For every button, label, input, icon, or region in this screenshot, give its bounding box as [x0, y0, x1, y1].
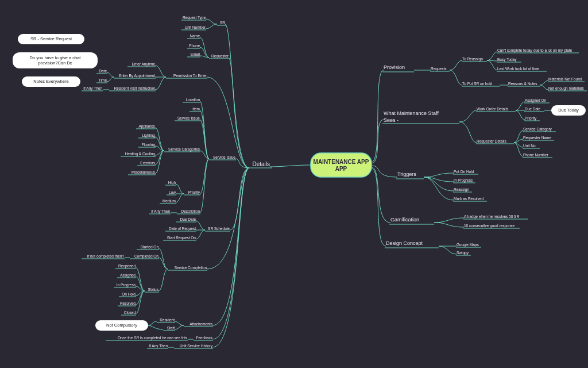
exteriors[interactable]: Exteriors — [140, 161, 155, 165]
onhold[interactable]: On Hold — [122, 292, 136, 296]
note-1b: provision?Can Be — [38, 60, 72, 66]
unitno[interactable]: Unit No. — [523, 144, 537, 148]
reqdetails[interactable]: Requester Details — [477, 139, 506, 144]
root-label-2: APP — [335, 166, 347, 172]
phone[interactable]: Phone — [189, 44, 200, 48]
reassign2[interactable]: Reassign — [454, 187, 469, 192]
oncesr[interactable]: Once the SR is completed he can see this — [118, 336, 188, 340]
triggers[interactable]: Triggers — [397, 171, 416, 177]
sr[interactable]: SR — [220, 21, 225, 25]
wodetails[interactable]: Work Order Details — [477, 107, 509, 111]
srvcat[interactable]: Service Category — [523, 127, 552, 132]
markres[interactable]: Mark as Resolved — [454, 197, 483, 201]
appliance[interactable]: Appliance — [138, 124, 155, 129]
toreassign[interactable]: To Reassign — [462, 57, 483, 62]
design[interactable]: Design Concept — [386, 240, 423, 246]
duedate[interactable]: Due Date — [180, 217, 196, 221]
assigned[interactable]: Assigned — [120, 273, 136, 278]
priority[interactable]: Priority — [188, 190, 200, 195]
duetoday: Due Today — [558, 108, 579, 113]
gamif[interactable]: Gamification — [390, 217, 419, 223]
tenconsec[interactable]: 10 consecutive good response — [464, 224, 515, 228]
gmaps[interactable]: Google Maps — [457, 243, 479, 247]
note-0: SR - Service Request — [30, 36, 72, 41]
cant[interactable]: Can't complete today due to a lot on my … — [497, 48, 572, 53]
staff-a[interactable]: Staff — [167, 326, 175, 330]
svcissue[interactable]: Service Issue — [213, 155, 235, 159]
resident-a[interactable]: Resident — [160, 318, 175, 322]
resolved[interactable]: Resolved — [120, 301, 136, 305]
not-compulsory: Not Compulsory — [106, 323, 137, 328]
srschedule[interactable]: SR Schedule — [208, 227, 230, 231]
reopened[interactable]: Reopened — [118, 264, 136, 269]
flooring[interactable]: Flooring — [142, 143, 156, 147]
completedon[interactable]: Completed On — [134, 254, 158, 259]
assignedon[interactable]: Assigned On — [525, 98, 547, 103]
note-1a: Do you have to give a chat — [30, 55, 82, 60]
reasons[interactable]: Reasons & Notes — [508, 82, 537, 86]
busy[interactable]: Busy Today — [497, 57, 517, 62]
attach[interactable]: Attachements — [189, 322, 212, 326]
ifany3[interactable]: If Any Then — [149, 344, 168, 348]
note-2: Notes Everywhere — [33, 79, 68, 84]
puthold[interactable]: Put On Hold — [454, 170, 474, 174]
name[interactable]: Name — [190, 34, 200, 38]
low[interactable]: Low — [169, 190, 176, 194]
misc[interactable]: Miscellaneous — [131, 170, 156, 174]
svccat[interactable]: Service Categories — [168, 147, 200, 152]
mindmap-canvas[interactable]: MAINTENANCE APP APP SR - Service Request… — [0, 0, 588, 368]
dor[interactable]: Date of Request — [169, 227, 196, 231]
notenough[interactable]: Not enough materials — [548, 86, 585, 91]
duedate2[interactable]: Due Date — [525, 107, 541, 111]
putsrhold[interactable]: To Put SR on hold — [462, 82, 493, 86]
resident-visit[interactable]: Resident Visit Instruction — [114, 86, 156, 90]
closed[interactable]: Closed — [124, 310, 136, 315]
descr[interactable]: Description — [181, 209, 200, 214]
swiggy[interactable]: Swiggy — [457, 251, 469, 255]
ifanythen1[interactable]: If Any Then — [83, 86, 102, 91]
requests[interactable]: Requests — [431, 67, 447, 71]
provision[interactable]: Provision — [384, 64, 405, 70]
ifany2[interactable]: If Any Then — [151, 209, 170, 214]
sr-reqtype[interactable]: Request Type — [183, 16, 206, 20]
details-label[interactable]: Details — [252, 161, 270, 167]
root-label-1: MAINTENANCE APP — [314, 159, 369, 165]
startreq[interactable]: Start Request On — [167, 236, 196, 240]
high[interactable]: High — [168, 181, 176, 185]
date[interactable]: Date — [99, 69, 107, 73]
startedon[interactable]: Started On — [141, 245, 159, 249]
time[interactable]: Time — [99, 78, 107, 82]
wmss1[interactable]: What Maintenance Staff — [384, 110, 439, 116]
heating[interactable]: Heating & Cooling — [125, 152, 156, 156]
wmss2: Sees - — [384, 117, 399, 123]
email[interactable]: Email — [191, 52, 200, 56]
svccomp[interactable]: Service Completion — [175, 266, 207, 270]
feedback[interactable]: Feedback — [196, 336, 212, 340]
lastwork[interactable]: Last Work took lot of time — [497, 67, 540, 71]
perm[interactable]: Permission To Enter — [173, 74, 207, 78]
ush[interactable]: Unit Service History — [180, 344, 213, 348]
priority2[interactable]: Priority — [525, 116, 537, 121]
item[interactable]: Item — [192, 107, 200, 111]
enter-anytime[interactable]: Enter Anytime — [132, 62, 156, 67]
svcissue2[interactable]: Service Issue — [177, 116, 200, 120]
reqname[interactable]: Requester Name — [523, 136, 552, 140]
inprog2[interactable]: In Progress — [454, 178, 473, 183]
matnf[interactable]: Materials Not Found — [548, 77, 582, 81]
location[interactable]: Location — [185, 98, 200, 102]
ifnotcomp[interactable]: If not completed then? — [87, 254, 125, 259]
badge[interactable]: A badge when he resolves 50 SR — [464, 214, 519, 219]
lighting[interactable]: Lighting — [142, 133, 155, 138]
status[interactable]: Status — [148, 288, 159, 292]
sr-unit[interactable]: Unit Number — [185, 25, 206, 29]
inprog[interactable]: In Progress — [117, 283, 136, 288]
requester[interactable]: Requester — [211, 54, 229, 59]
phonenum[interactable]: Phone Number — [523, 153, 549, 157]
enter-appt[interactable]: Enter By Appointment — [119, 74, 155, 78]
medium[interactable]: Medium — [163, 199, 176, 203]
